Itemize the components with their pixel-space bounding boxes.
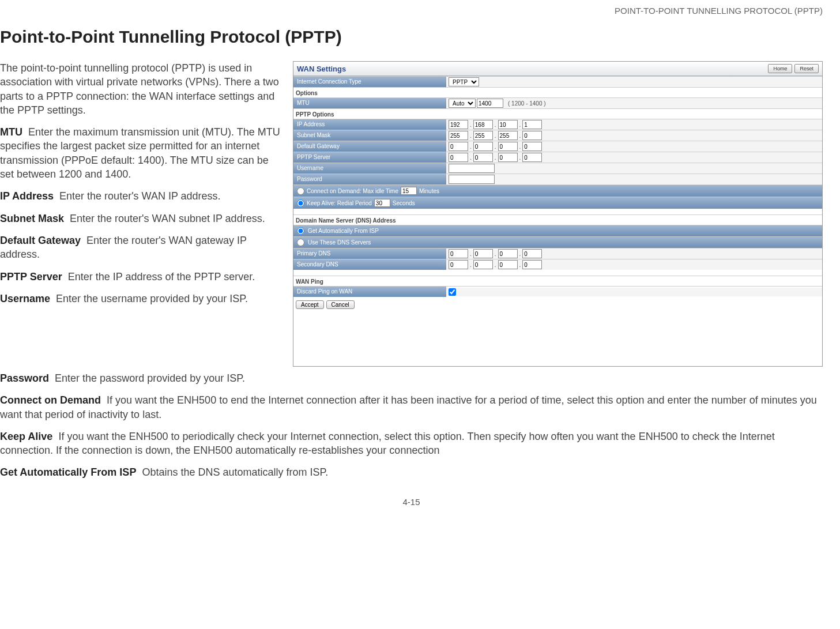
cod-minutes-input[interactable]: [401, 187, 417, 195]
wan-ping-section: WAN Ping: [293, 276, 822, 286]
pdns-octet-4[interactable]: [522, 249, 542, 258]
desc-cod: If you want the ENH500 to end the Intern…: [0, 394, 817, 420]
ip-octet-3[interactable]: [498, 120, 518, 129]
dns-section: Domain Name Server (DNS) Address: [293, 214, 822, 225]
description-column: The point-to-point tunnelling protocol (…: [0, 61, 282, 367]
srv-octet-1[interactable]: [449, 153, 468, 162]
accept-button[interactable]: Accept: [296, 300, 324, 309]
ict-label: Internet Connection Type: [293, 77, 446, 87]
ip-octet-2[interactable]: [473, 120, 493, 129]
mtu-range-hint: ( 1200 - 1400 ): [508, 100, 546, 107]
ka-seconds-input[interactable]: [374, 199, 390, 207]
running-header: POINT-TO-POINT TUNNELLING PROTOCOL (PPTP…: [0, 6, 823, 16]
username-label: Username: [293, 163, 446, 174]
primary-dns-label: Primary DNS: [293, 248, 446, 259]
pdns-octet-1[interactable]: [449, 249, 468, 258]
dns-manual-radio[interactable]: [297, 239, 304, 246]
term-ip: IP Address: [0, 190, 54, 202]
desc-mtu: Enter the maximum transmission unit (MTU…: [0, 126, 280, 180]
mtu-value-input[interactable]: [477, 99, 503, 108]
srv-octet-2[interactable]: [473, 153, 493, 162]
intro-text: The point-to-point tunnelling protocol (…: [0, 61, 282, 117]
desc-subnet: Enter the router's WAN subnet IP address…: [70, 213, 265, 224]
password-label: Password: [293, 174, 446, 184]
ip-address-label: IP Address: [293, 119, 446, 130]
mtu-label: MTU: [293, 98, 446, 108]
def-subnet: Subnet Mask Enter the router's WAN subne…: [0, 212, 282, 225]
term-user: Username: [0, 293, 50, 304]
internet-connection-type-select[interactable]: PPTP: [449, 77, 479, 86]
gateway-label: Default Gateway: [293, 141, 446, 152]
term-cod: Connect on Demand: [0, 394, 101, 406]
pdns-octet-3[interactable]: [498, 249, 518, 258]
dns-auto-label: Get Automatically From ISP: [308, 228, 379, 234]
mtu-mode-select[interactable]: Auto: [449, 99, 476, 108]
cancel-button[interactable]: Cancel: [326, 300, 355, 309]
pptp-options-section: PPTP Options: [293, 108, 822, 119]
username-input[interactable]: [449, 164, 495, 173]
options-section: Options: [293, 87, 822, 97]
sm-octet-2[interactable]: [473, 131, 493, 140]
pdns-octet-2[interactable]: [473, 249, 493, 258]
reset-button[interactable]: Reset: [794, 64, 819, 73]
sdns-octet-1[interactable]: [449, 260, 468, 269]
cod-label-a: Connect on Demand: Max idle Time: [307, 188, 398, 194]
def-pass: Password Enter the password provided by …: [0, 371, 823, 385]
def-cod: Connect on Demand If you want the ENH500…: [0, 393, 823, 421]
sdns-octet-4[interactable]: [522, 260, 542, 269]
sm-octet-3[interactable]: [498, 131, 518, 140]
sdns-octet-3[interactable]: [498, 260, 518, 269]
gw-octet-2[interactable]: [473, 142, 493, 151]
def-ip: IP Address Enter the router's WAN IP add…: [0, 189, 282, 203]
ka-label-b: Seconds: [393, 200, 415, 206]
sdns-octet-2[interactable]: [473, 260, 493, 269]
password-input[interactable]: [449, 175, 495, 184]
page-title: Point-to-Point Tunnelling Protocol (PPTP…: [0, 27, 823, 47]
gw-octet-1[interactable]: [449, 142, 468, 151]
def-auto: Get Automatically From ISP Obtains the D…: [0, 465, 823, 479]
term-auto: Get Automatically From ISP: [0, 466, 136, 478]
desc-pptp: Enter the IP address of the PPTP server.: [68, 271, 255, 283]
desc-pass: Enter the password provided by your ISP.: [55, 372, 245, 384]
dns-manual-label: Use These DNS Servers: [308, 239, 371, 246]
ip-octet-1[interactable]: [449, 120, 468, 129]
term-pass: Password: [0, 372, 49, 384]
term-pptp: PPTP Server: [0, 271, 62, 283]
term-gateway: Default Gateway: [0, 235, 81, 246]
panel-title: WAN Settings: [297, 65, 346, 73]
def-pptp: PPTP Server Enter the IP address of the …: [0, 270, 282, 284]
connect-on-demand-radio[interactable]: [297, 187, 304, 195]
sm-octet-4[interactable]: [522, 131, 542, 140]
ka-label-a: Keep Alive: Redial Period: [307, 200, 372, 206]
secondary-dns-label: Secondary DNS: [293, 259, 446, 270]
term-subnet: Subnet Mask: [0, 213, 64, 224]
def-mtu: MTU Enter the maximum transmission unit …: [0, 125, 282, 181]
desc-keep: If you want the ENH500 to periodically c…: [0, 431, 775, 456]
term-keep: Keep Alive: [0, 431, 52, 442]
def-keep: Keep Alive If you want the ENH500 to per…: [0, 430, 823, 458]
pptp-server-label: PPTP Server: [293, 152, 446, 163]
description-continued: Password Enter the password provided by …: [0, 371, 823, 480]
term-mtu: MTU: [0, 126, 22, 138]
desc-ip: Enter the router's WAN IP address.: [59, 190, 221, 202]
discard-ping-label: Discard Ping on WAN: [293, 287, 446, 297]
cod-label-b: Minutes: [419, 188, 439, 194]
dns-auto-radio[interactable]: [297, 227, 304, 235]
gw-octet-3[interactable]: [498, 142, 518, 151]
desc-user: Enter the username provided by your ISP.: [56, 293, 248, 304]
subnet-mask-label: Subnet Mask: [293, 130, 446, 141]
sm-octet-1[interactable]: [449, 131, 468, 140]
home-button[interactable]: Home: [768, 64, 792, 73]
srv-octet-3[interactable]: [498, 153, 518, 162]
def-gateway: Default Gateway Enter the router's WAN g…: [0, 233, 282, 262]
srv-octet-4[interactable]: [522, 153, 542, 162]
discard-ping-checkbox[interactable]: [449, 288, 456, 296]
wan-settings-screenshot: WAN Settings Home Reset Internet Connect…: [293, 61, 823, 367]
gw-octet-4[interactable]: [522, 142, 542, 151]
desc-auto: Obtains the DNS automatically from ISP.: [142, 466, 328, 478]
def-user: Username Enter the username provided by …: [0, 292, 282, 306]
keep-alive-radio[interactable]: [297, 199, 304, 207]
page-number: 4-15: [0, 497, 823, 507]
ip-octet-4[interactable]: [522, 120, 542, 129]
